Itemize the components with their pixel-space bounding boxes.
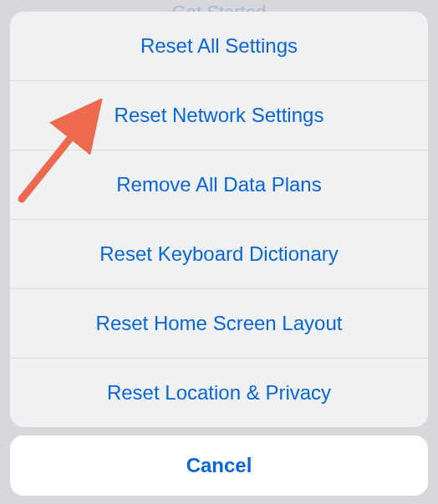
action-sheet-container: Reset All Settings Reset Network Setting… [10, 12, 428, 496]
cancel-label: Cancel [186, 454, 252, 477]
reset-home-screen-layout-button[interactable]: Reset Home Screen Layout [10, 289, 428, 359]
reset-all-settings-button[interactable]: Reset All Settings [10, 12, 428, 81]
sheet-item-label: Remove All Data Plans [116, 173, 321, 196]
cancel-button[interactable]: Cancel [10, 435, 428, 496]
sheet-item-label: Reset Location & Privacy [107, 381, 331, 405]
action-sheet: Reset All Settings Reset Network Setting… [10, 12, 428, 427]
sheet-item-label: Reset All Settings [140, 34, 298, 58]
sheet-item-label: Reset Keyboard Dictionary [99, 242, 338, 266]
reset-keyboard-dictionary-button[interactable]: Reset Keyboard Dictionary [10, 220, 428, 289]
remove-all-data-plans-button[interactable]: Remove All Data Plans [10, 150, 428, 220]
sheet-item-label: Reset Home Screen Layout [96, 312, 343, 335]
reset-network-settings-button[interactable]: Reset Network Settings [10, 81, 428, 150]
reset-location-privacy-button[interactable]: Reset Location & Privacy [10, 359, 428, 427]
sheet-item-label: Reset Network Settings [115, 104, 324, 127]
